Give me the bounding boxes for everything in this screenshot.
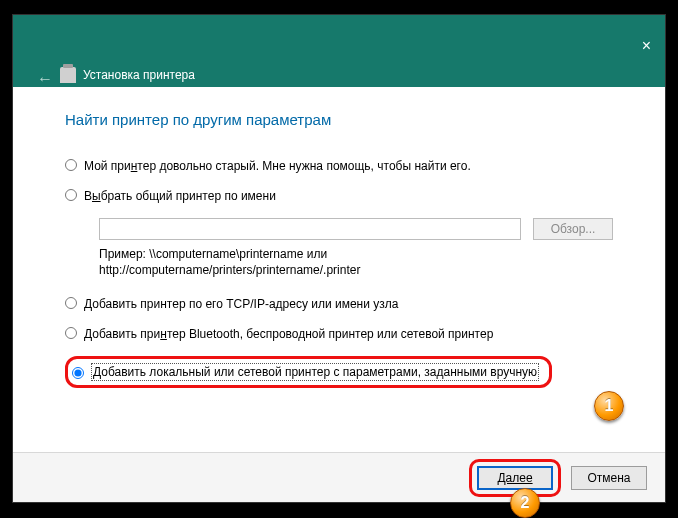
option-label: Выбрать общий принтер по имени (84, 188, 276, 204)
shared-name-group: Обзор... Пример: \\computername\printern… (99, 218, 613, 278)
option-old-printer[interactable]: Мой принтер довольно старый. Мне нужна п… (65, 158, 613, 174)
button-bar: Далее Отмена (13, 452, 665, 502)
radio-local-manual[interactable] (72, 367, 84, 379)
annotation-marker-2: 2 (510, 488, 540, 518)
page-heading: Найти принтер по другим параметрам (65, 111, 613, 128)
radio-shared-by-name[interactable] (65, 189, 77, 201)
option-label: Мой принтер довольно старый. Мне нужна п… (84, 158, 471, 174)
radio-old-printer[interactable] (65, 159, 77, 171)
next-button[interactable]: Далее (477, 466, 553, 490)
title-bar: × ← Установка принтера (13, 15, 665, 87)
cancel-button[interactable]: Отмена (571, 466, 647, 490)
close-icon[interactable]: × (642, 37, 651, 55)
back-arrow-icon[interactable]: ← (37, 70, 53, 88)
annotation-marker-1: 1 (594, 391, 624, 421)
printer-icon (60, 67, 76, 83)
browse-button: Обзор... (533, 218, 613, 240)
option-shared-by-name[interactable]: Выбрать общий принтер по имени (65, 188, 613, 204)
wizard-window: × ← Установка принтера Найти принтер по … (13, 15, 665, 502)
highlight-ring-1: Добавить локальный или сетевой принтер с… (65, 356, 552, 388)
option-label: Добавить принтер по его TCP/IP-адресу ил… (84, 296, 398, 312)
option-tcpip[interactable]: Добавить принтер по его TCP/IP-адресу ил… (65, 296, 613, 312)
shared-name-input[interactable] (99, 218, 521, 240)
window-title: Установка принтера (83, 68, 195, 82)
content-area: Найти принтер по другим параметрам Мой п… (13, 87, 665, 388)
option-bluetooth[interactable]: Добавить принтер Bluetooth, беспроводной… (65, 326, 613, 342)
option-label: Добавить локальный или сетевой принтер с… (91, 363, 539, 381)
radio-bluetooth[interactable] (65, 327, 77, 339)
option-label: Добавить принтер Bluetooth, беспроводной… (84, 326, 493, 342)
radio-tcpip[interactable] (65, 297, 77, 309)
example-text: Пример: \\computername\printername или h… (99, 246, 613, 278)
option-local-manual[interactable]: Добавить локальный или сетевой принтер с… (65, 356, 613, 388)
